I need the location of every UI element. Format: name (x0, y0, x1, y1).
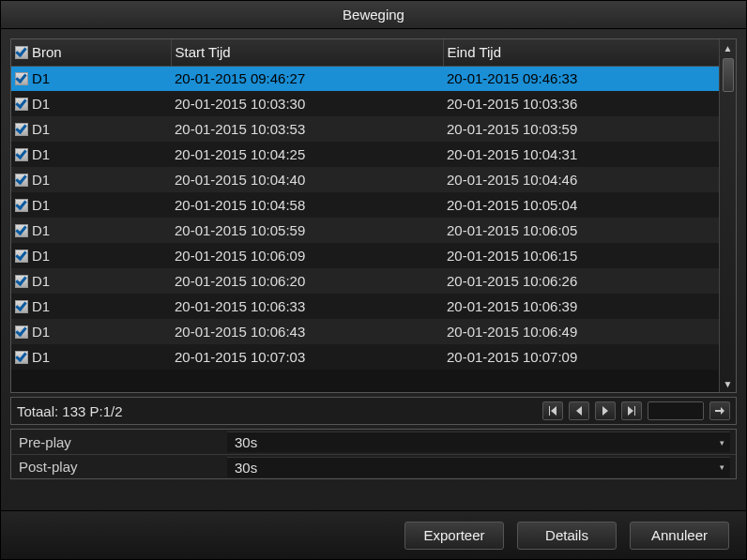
postplay-label: Post-play (11, 459, 227, 475)
postplay-value: 30s (235, 460, 257, 476)
row-checkbox[interactable] (15, 300, 28, 313)
row-eind: 20-01-2015 10:04:31 (443, 142, 719, 167)
row-bron: D1 (32, 96, 50, 112)
status-text: Totaal: 133 P:1/2 (17, 403, 123, 419)
row-bron: D1 (32, 146, 50, 162)
col-header-eind[interactable]: Eind Tijd (443, 39, 719, 66)
row-bron: D1 (32, 349, 50, 365)
row-bron: D1 (32, 298, 50, 314)
row-bron: D1 (32, 324, 50, 340)
scroll-down-icon[interactable]: ▼ (720, 375, 736, 392)
row-eind: 20-01-2015 10:03:36 (443, 91, 719, 116)
col-header-start[interactable]: Start Tijd (171, 39, 443, 66)
row-start: 20-01-2015 10:04:25 (171, 142, 443, 167)
row-bron: D1 (32, 248, 50, 264)
page-prev-button[interactable] (569, 401, 589, 420)
col-header-bron-label: Bron (32, 44, 62, 60)
table-row[interactable]: D120-01-2015 10:06:0920-01-2015 10:06:15 (11, 243, 719, 268)
row-start: 20-01-2015 10:05:59 (171, 218, 443, 243)
row-checkbox[interactable] (15, 148, 28, 161)
play-settings: Pre-play 30s ▾ Post-play 30s ▾ (10, 429, 737, 479)
row-eind: 20-01-2015 10:03:59 (443, 116, 719, 142)
footer: Exporteer Details Annuleer (1, 510, 746, 559)
table-header-row: Bron Start Tijd Eind Tijd (11, 39, 719, 66)
row-checkbox[interactable] (15, 325, 28, 339)
preplay-value: 30s (235, 434, 257, 450)
row-eind: 20-01-2015 10:06:26 (443, 268, 719, 294)
row-start: 20-01-2015 10:06:43 (171, 319, 443, 344)
page-last-button[interactable] (621, 401, 642, 420)
row-checkbox[interactable] (15, 199, 28, 212)
table-row[interactable]: D120-01-2015 10:04:5820-01-2015 10:05:04 (11, 192, 719, 218)
row-checkbox[interactable] (15, 98, 28, 111)
table-row[interactable]: D120-01-2015 10:03:5320-01-2015 10:03:59 (11, 116, 719, 142)
row-eind: 20-01-2015 10:06:39 (443, 294, 719, 319)
page-go-button[interactable] (709, 401, 730, 420)
export-button[interactable]: Exporteer (404, 522, 504, 550)
row-eind: 20-01-2015 10:06:49 (443, 319, 719, 344)
postplay-row: Post-play 30s ▾ (11, 454, 736, 478)
row-bron: D1 (32, 172, 50, 188)
row-checkbox[interactable] (15, 224, 28, 237)
page-last-icon (627, 406, 636, 416)
table-row[interactable]: D120-01-2015 10:05:5920-01-2015 10:06:05 (11, 218, 719, 243)
chevron-down-icon: ▾ (720, 462, 724, 472)
row-start: 20-01-2015 10:03:30 (171, 91, 443, 116)
window: Beweging Bron Start Tijd Eind Tijd (0, 0, 747, 560)
page-next-icon (601, 406, 610, 416)
row-start: 20-01-2015 09:46:27 (171, 66, 443, 91)
row-start: 20-01-2015 10:03:53 (171, 116, 443, 142)
status-bar: Totaal: 133 P:1/2 (10, 397, 737, 425)
row-start: 20-01-2015 10:06:20 (171, 268, 443, 294)
table-row[interactable]: D120-01-2015 10:06:4320-01-2015 10:06:49 (11, 319, 719, 344)
row-bron: D1 (32, 273, 50, 289)
row-eind: 20-01-2015 10:04:46 (443, 167, 719, 192)
results-table: Bron Start Tijd Eind Tijd D120-01-2015 0… (10, 38, 737, 393)
row-bron: D1 (32, 121, 50, 137)
cancel-button[interactable]: Annuleer (630, 522, 729, 550)
row-start: 20-01-2015 10:06:33 (171, 294, 443, 319)
preplay-label: Pre-play (11, 434, 227, 450)
table-row[interactable]: D120-01-2015 10:04:2520-01-2015 10:04:31 (11, 142, 719, 167)
preplay-row: Pre-play 30s ▾ (11, 430, 736, 454)
preplay-select[interactable]: 30s ▾ (227, 431, 730, 452)
row-checkbox[interactable] (15, 123, 28, 136)
table-row[interactable]: D120-01-2015 09:46:2720-01-2015 09:46:33 (11, 66, 719, 91)
table-row[interactable]: D120-01-2015 10:07:0320-01-2015 10:07:09 (11, 344, 719, 370)
page-next-button[interactable] (595, 401, 616, 420)
row-eind: 20-01-2015 10:06:15 (443, 243, 719, 268)
page-prev-icon (574, 406, 584, 416)
table-row[interactable]: D120-01-2015 10:04:4020-01-2015 10:04:46 (11, 167, 719, 192)
row-start: 20-01-2015 10:04:40 (171, 167, 443, 192)
col-header-bron[interactable]: Bron (11, 39, 171, 66)
row-eind: 20-01-2015 10:07:09 (443, 344, 719, 370)
table-row[interactable]: D120-01-2015 10:06:2020-01-2015 10:06:26 (11, 268, 719, 294)
page-number-input[interactable] (648, 401, 704, 420)
row-checkbox[interactable] (15, 72, 28, 85)
row-start: 20-01-2015 10:07:03 (171, 344, 443, 370)
scroll-up-icon[interactable]: ▲ (720, 39, 736, 56)
scroll-thumb[interactable] (723, 58, 734, 92)
row-checkbox[interactable] (15, 174, 28, 187)
row-bron: D1 (32, 197, 50, 213)
row-start: 20-01-2015 10:04:58 (171, 192, 443, 218)
details-button[interactable]: Details (517, 522, 617, 550)
row-checkbox[interactable] (15, 351, 28, 364)
row-eind: 20-01-2015 10:06:05 (443, 218, 719, 243)
row-checkbox[interactable] (15, 250, 28, 263)
postplay-select[interactable]: 30s ▾ (227, 457, 730, 477)
row-bron: D1 (32, 70, 50, 86)
vertical-scrollbar[interactable]: ▲ ▼ (719, 39, 736, 392)
select-all-checkbox[interactable] (15, 46, 28, 59)
row-bron: D1 (32, 222, 50, 238)
table-row[interactable]: D120-01-2015 10:06:3320-01-2015 10:06:39 (11, 294, 719, 319)
window-title: Beweging (1, 1, 746, 29)
page-first-button[interactable] (542, 401, 563, 420)
table-row[interactable]: D120-01-2015 10:03:3020-01-2015 10:03:36 (11, 91, 719, 116)
chevron-down-icon: ▾ (720, 438, 724, 447)
row-eind: 20-01-2015 10:05:04 (443, 192, 719, 218)
row-start: 20-01-2015 10:06:09 (171, 243, 443, 268)
row-checkbox[interactable] (15, 275, 28, 288)
arrow-right-icon (715, 406, 724, 416)
row-eind: 20-01-2015 09:46:33 (443, 66, 719, 91)
